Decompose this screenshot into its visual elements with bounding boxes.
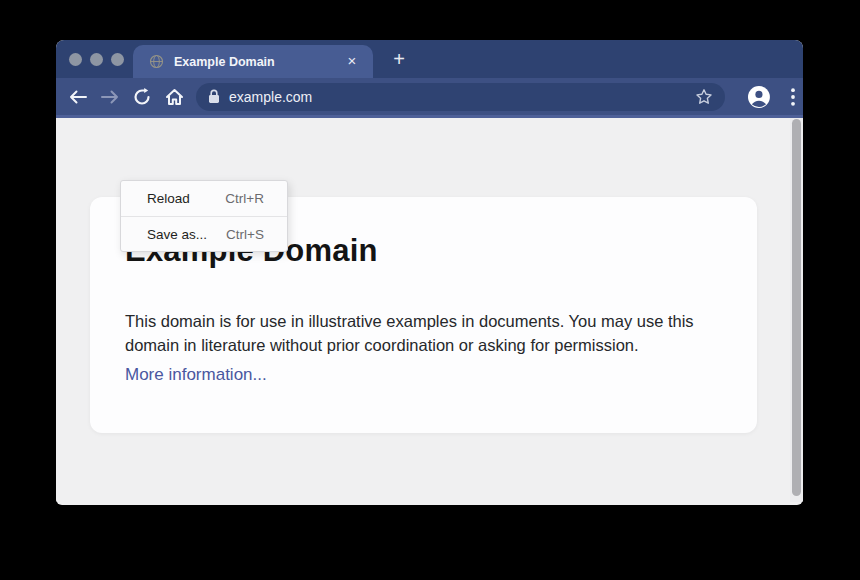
reload-button[interactable] <box>128 83 156 111</box>
browser-toolbar: example.com <box>56 78 803 118</box>
browser-window: Example Domain × + <box>56 40 803 505</box>
lock-icon <box>208 89 220 104</box>
url-text[interactable]: example.com <box>229 89 695 105</box>
reload-icon <box>133 88 151 106</box>
context-menu-item-reload[interactable]: Reload Ctrl+R <box>121 181 287 216</box>
menu-item-shortcut: Ctrl+S <box>226 227 264 242</box>
more-information-link[interactable]: More information... <box>125 365 267 385</box>
traffic-lights <box>69 53 124 66</box>
menu-item-label: Reload <box>147 191 225 206</box>
forward-arrow-icon <box>100 89 120 105</box>
page-body-text: This domain is for use in illustrative e… <box>125 309 725 357</box>
three-dot-menu-icon <box>791 88 795 106</box>
bookmark-star-icon[interactable] <box>695 88 713 106</box>
back-arrow-icon <box>68 89 88 105</box>
close-window-button[interactable] <box>69 53 82 66</box>
forward-button[interactable] <box>96 83 124 111</box>
page-viewport: Example Domain This domain is for use in… <box>56 118 803 502</box>
home-icon <box>165 88 184 106</box>
menu-item-shortcut: Ctrl+R <box>225 191 264 206</box>
browser-menu-button[interactable] <box>783 85 803 109</box>
scrollbar-thumb[interactable] <box>792 119 801 496</box>
context-menu-item-save-as[interactable]: Save as... Ctrl+S <box>121 216 287 251</box>
home-button[interactable] <box>160 83 188 111</box>
maximize-window-button[interactable] <box>111 53 124 66</box>
back-button[interactable] <box>64 83 92 111</box>
tab-strip: Example Domain × + <box>56 40 803 78</box>
context-menu: Reload Ctrl+R Save as... Ctrl+S <box>120 180 288 252</box>
tab-close-icon[interactable]: × <box>343 53 361 71</box>
new-tab-button[interactable]: + <box>386 47 412 73</box>
tab-example-domain[interactable]: Example Domain × <box>133 45 373 78</box>
globe-favicon-icon <box>149 54 164 69</box>
menu-item-label: Save as... <box>147 227 226 242</box>
tab-title: Example Domain <box>174 55 343 69</box>
scrollbar-track[interactable] <box>790 118 803 502</box>
minimize-window-button[interactable] <box>90 53 103 66</box>
profile-avatar-icon[interactable] <box>747 85 771 109</box>
address-bar[interactable]: example.com <box>196 83 725 111</box>
